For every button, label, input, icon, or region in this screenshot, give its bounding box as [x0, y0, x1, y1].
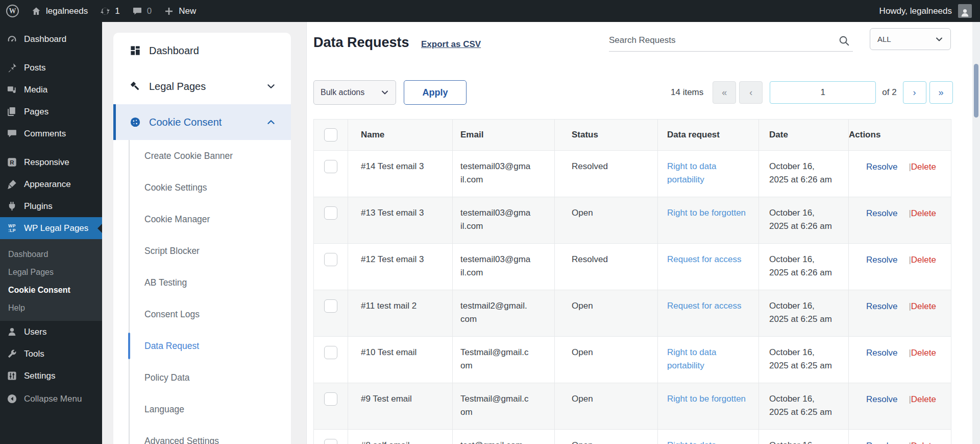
delete-link[interactable]: Delete	[911, 255, 936, 265]
data-request-link[interactable]: Request for access	[667, 254, 742, 264]
row-checkbox[interactable]	[324, 160, 337, 173]
row-status-cell: Open	[555, 290, 658, 337]
data-request-link[interactable]: Right to be forgotten	[667, 394, 746, 404]
wplp-icon: WP:LP	[7, 223, 17, 233]
delete-link[interactable]: Delete	[911, 348, 936, 358]
plugin-subnav-cookie-settings[interactable]: Cookie Settings	[113, 172, 291, 203]
column-status: Status	[555, 120, 658, 151]
plugin-nav-legal-pages[interactable]: Legal Pages	[113, 68, 291, 104]
select-all-checkbox[interactable]	[324, 128, 337, 142]
bulk-actions-dropdown[interactable]: Bulk actions	[313, 80, 396, 105]
responsive-icon: R	[7, 157, 17, 168]
search-icon[interactable]	[838, 35, 850, 46]
grid-icon	[129, 44, 141, 57]
updates-link[interactable]: 1	[100, 6, 119, 16]
first-page-button[interactable]: «	[713, 81, 736, 104]
plugin-nav-dashboard[interactable]: Dashboard	[113, 33, 291, 68]
sidebar-item-wp-legal-pages[interactable]: WP:LPWP Legal Pages	[0, 217, 102, 239]
plugin-subnav-consent-logs[interactable]: Consent Logs	[113, 298, 291, 330]
submenu-item-cookie-consent[interactable]: Cookie Consent	[0, 281, 102, 299]
sidebar-item-plugins[interactable]: Plugins	[0, 195, 102, 217]
my-account-link[interactable]: Howdy, legalneeds	[879, 4, 972, 18]
update-icon	[100, 6, 110, 16]
plugin-subnav-script-blocker[interactable]: Script Blocker	[113, 235, 291, 267]
submenu-item-help[interactable]: Help	[0, 299, 102, 317]
submenu-item-legal-pages[interactable]: Legal Pages	[0, 263, 102, 281]
plugin-subnav-advanced-settings[interactable]: Advanced Settings	[113, 425, 291, 444]
sidebar-item-pages[interactable]: Pages	[0, 101, 102, 123]
row-checkbox[interactable]	[324, 392, 337, 406]
sidebar-item-users[interactable]: Users	[0, 321, 102, 343]
wordpress-menu-button[interactable]: W	[6, 5, 19, 17]
sidebar-item-posts[interactable]: Posts	[0, 57, 102, 79]
row-checkbox[interactable]	[324, 299, 337, 313]
row-checkbox[interactable]	[324, 206, 337, 220]
sidebar-item-tools[interactable]: Tools	[0, 343, 102, 365]
sidebar-item-dashboard[interactable]: Dashboard	[0, 28, 102, 50]
sidebar-item-appearance[interactable]: Appearance	[0, 173, 102, 195]
resolve-link[interactable]: Resolve	[866, 441, 897, 444]
gavel-icon	[129, 80, 141, 92]
plugin-subnav-ab-testing[interactable]: AB Testing	[113, 267, 291, 298]
sidebar-item-label: Tools	[24, 349, 44, 359]
new-content-link[interactable]: New	[164, 6, 196, 16]
sidebar-item-label: Appearance	[24, 179, 71, 190]
row-checkbox-cell	[314, 383, 348, 430]
plugin-subnav-data-request[interactable]: Data Request	[113, 330, 291, 362]
column-email: Email	[453, 120, 555, 151]
svg-text:R: R	[10, 159, 14, 166]
apply-button[interactable]: Apply	[404, 80, 467, 105]
resolve-link[interactable]: Resolve	[866, 162, 897, 172]
resolve-link[interactable]: Resolve	[866, 348, 897, 358]
row-data-request-cell: Right to be forgotten	[658, 197, 759, 244]
table-row: #14 Test email 3testemail03@gmail.comRes…	[314, 151, 951, 197]
delete-link[interactable]: Delete	[911, 208, 936, 218]
sidebar-item-collapse-menu[interactable]: Collapse Menu	[0, 388, 102, 410]
data-request-link[interactable]: Request for access	[667, 301, 742, 311]
plugin-subnav-create-cookie-banner[interactable]: Create Cookie Banner	[113, 140, 291, 172]
sidebar-item-label: Collapse Menu	[24, 394, 82, 404]
delete-link[interactable]: Delete	[911, 441, 936, 444]
wrench-icon	[7, 348, 17, 359]
plugin-subnav-cookie-manager[interactable]: Cookie Manager	[113, 203, 291, 235]
data-request-link[interactable]: Right to data portability	[667, 347, 716, 370]
resolve-link[interactable]: Resolve	[866, 255, 897, 265]
vertical-scrollbar[interactable]	[972, 22, 980, 444]
row-name-cell: #12 Test email 3	[348, 244, 453, 290]
data-request-link[interactable]: Right to data portability	[667, 440, 716, 444]
row-checkbox[interactable]	[324, 346, 337, 359]
sidebar-item-media[interactable]: Media	[0, 79, 102, 101]
next-page-button[interactable]: ›	[903, 81, 926, 104]
row-email-cell: testemail03@gmail.com	[453, 151, 555, 197]
resolve-link[interactable]: Resolve	[866, 394, 897, 404]
row-checkbox[interactable]	[324, 253, 337, 266]
delete-link[interactable]: Delete	[911, 394, 936, 404]
export-csv-link[interactable]: Export as CSV	[421, 39, 481, 50]
sidebar-item-comments[interactable]: Comments	[0, 123, 102, 145]
row-checkbox[interactable]	[324, 439, 337, 444]
current-page-input[interactable]	[770, 81, 876, 104]
plugin-nav-cookie-consent[interactable]: Cookie Consent	[113, 104, 291, 140]
status-filter-dropdown[interactable]: ALL	[870, 28, 951, 50]
row-checkbox-cell	[314, 337, 348, 383]
resolve-link[interactable]: Resolve	[866, 301, 897, 311]
data-request-link[interactable]: Right to be forgotten	[667, 208, 746, 218]
submenu-item-dashboard[interactable]: Dashboard	[0, 245, 102, 263]
resolve-link[interactable]: Resolve	[866, 208, 897, 218]
plugin-sidebar-items: DashboardLegal PagesCookie Consent	[113, 33, 291, 140]
site-name-link[interactable]: legalneeds	[31, 6, 88, 16]
new-label: New	[179, 6, 196, 16]
plugin-subnav-language[interactable]: Language	[113, 393, 291, 425]
search-input[interactable]	[609, 30, 828, 51]
plugin-subnav-policy-data[interactable]: Policy Data	[113, 362, 291, 393]
table-row: #10 Test emailTestmail@gmail.comOpenRigh…	[314, 337, 951, 383]
prev-page-button[interactable]: ‹	[739, 81, 763, 104]
comments-link[interactable]: 0	[132, 6, 152, 16]
sidebar-item-settings[interactable]: Settings	[0, 365, 102, 387]
last-page-button[interactable]: »	[929, 81, 953, 104]
scrollbar-thumb[interactable]	[974, 64, 978, 118]
data-request-link[interactable]: Right to data portability	[667, 161, 716, 184]
delete-link[interactable]: Delete	[911, 301, 936, 311]
sidebar-item-responsive[interactable]: RResponsive	[0, 151, 102, 173]
delete-link[interactable]: Delete	[911, 162, 936, 172]
